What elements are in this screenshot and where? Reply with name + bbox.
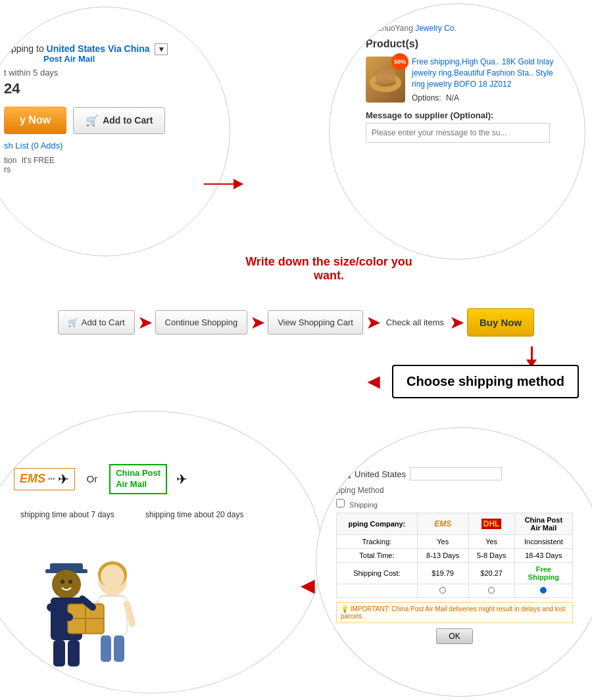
radio-row bbox=[337, 584, 573, 598]
free-shipping-checkbox[interactable] bbox=[336, 499, 345, 507]
discount-badge: 50% bbox=[391, 53, 408, 70]
wish-list-link[interactable]: sh List (0 Adds) bbox=[4, 141, 63, 151]
buy-now-flow-button[interactable]: Buy Now bbox=[467, 308, 534, 337]
radio-ems[interactable] bbox=[417, 584, 468, 598]
right-circle: er: ZhuoYang Jewelry Co. Product(s) 50% … bbox=[329, 3, 585, 260]
tracking-china: Inconsistent bbox=[514, 535, 572, 549]
top-section: hipping to United States Via China ▼ Pos… bbox=[0, 0, 592, 283]
shipping-method-box: Choose shipping method bbox=[392, 365, 579, 398]
product-row: 50% Free shipping,High Qua.. 18K Gold In… bbox=[366, 57, 563, 103]
svg-rect-12 bbox=[114, 636, 124, 662]
message-label: Message to supplier (Optional): bbox=[366, 110, 563, 120]
products-label: Product(s) bbox=[366, 38, 563, 50]
flow-arrow-3: ➤ bbox=[366, 312, 381, 333]
svg-point-7 bbox=[101, 565, 124, 588]
bottom-section: EMS ••• ✈ Or China Post Air Mail ✈ shipp… bbox=[0, 408, 592, 697]
bottom-left-circle: EMS ••• ✈ Or China Post Air Mail ✈ shipp… bbox=[0, 411, 322, 693]
warning-icon: 💡 bbox=[341, 605, 349, 613]
tracking-label: Tracking: bbox=[337, 535, 418, 549]
arrow-between-circles bbox=[204, 171, 243, 197]
ok-button[interactable]: OK bbox=[436, 628, 472, 644]
tracking-ems: Yes bbox=[417, 535, 468, 549]
dropdown-icon[interactable]: ▼ bbox=[155, 43, 168, 55]
total-time-row: Total Time: 8-13 Days 5-8 Days 18-43 Day… bbox=[337, 549, 573, 563]
dhl-table-logo: DHL bbox=[481, 519, 502, 529]
china-post-time-label: shipping time about 20 days bbox=[132, 510, 257, 519]
continue-shopping-button[interactable]: Continue Shopping bbox=[155, 310, 248, 335]
ems-dots: ••• bbox=[48, 475, 55, 482]
tracking-row: Tracking: Yes Yes Inconsistent bbox=[337, 535, 573, 549]
cart-flow-icon: 🛒 bbox=[68, 317, 78, 327]
product-info: Free shipping,High Qua.. 18K Gold Inlay … bbox=[412, 57, 563, 103]
ems-radio[interactable] bbox=[439, 587, 446, 594]
china-radio-selected[interactable] bbox=[540, 587, 547, 594]
add-to-cart-flow-button[interactable]: 🛒 Add to Cart bbox=[58, 310, 135, 335]
shipping-to-text: hipping to bbox=[4, 43, 44, 54]
ems-table-logo: EMS bbox=[434, 519, 451, 528]
within-days-text: t within 5 days bbox=[4, 68, 214, 78]
ems-header: EMS bbox=[417, 513, 468, 535]
company-header: pping Company: bbox=[337, 513, 418, 535]
ems-time-label: shipping time about 7 days bbox=[14, 510, 126, 519]
radio-china[interactable] bbox=[514, 584, 572, 598]
cost-china: FreeShipping bbox=[514, 563, 572, 584]
cost-dhl: $20.27 bbox=[468, 563, 514, 584]
cost-ems: $19.79 bbox=[417, 563, 468, 584]
country-row: United States bbox=[336, 467, 573, 480]
ems-text: EMS bbox=[20, 472, 45, 486]
view-shopping-cart-button[interactable]: View Shopping Cart bbox=[268, 310, 363, 335]
cart-icon: 🛒 bbox=[86, 114, 99, 127]
message-input[interactable] bbox=[366, 123, 550, 143]
plane-icon: ✈ bbox=[58, 471, 69, 487]
china-post-line1: China Post bbox=[116, 468, 160, 479]
delivery-person-image bbox=[14, 542, 159, 680]
shipping-method-row-label: pping Method bbox=[336, 486, 573, 495]
ems-section: EMS ••• ✈ Or China Post Air Mail ✈ bbox=[14, 464, 187, 494]
shipping-to-line: hipping to United States Via China ▼ Pos… bbox=[4, 43, 214, 64]
post-air-mail-text: Post Air Mail bbox=[43, 54, 214, 64]
flow-arrow-4: ➤ bbox=[449, 312, 464, 333]
svg-point-15 bbox=[52, 570, 81, 599]
radio-empty bbox=[337, 584, 418, 598]
tracking-dhl: Yes bbox=[468, 535, 514, 549]
product-options: Options: N/A bbox=[412, 93, 563, 103]
flow-step-4: Check all items ➤ bbox=[383, 312, 467, 333]
price-text: 24 bbox=[4, 80, 214, 97]
svg-point-24 bbox=[61, 580, 64, 584]
wish-list-text: sh List (0 Adds) bbox=[4, 141, 214, 151]
product-image: 50% bbox=[366, 57, 405, 103]
us-flag bbox=[336, 469, 351, 478]
left-circle: hipping to United States Via China ▼ Pos… bbox=[0, 7, 230, 256]
shipping-link[interactable]: United States Via China bbox=[47, 43, 153, 54]
svg-rect-1 bbox=[376, 70, 395, 83]
total-dhl: 5-8 Days bbox=[468, 549, 514, 563]
seller-name: Jewelry Co. bbox=[415, 24, 456, 33]
product-title: Free shipping,High Qua.. 18K Gold Inlay … bbox=[412, 57, 563, 89]
svg-rect-23 bbox=[68, 640, 80, 666]
buy-now-button[interactable]: y Now bbox=[4, 106, 66, 134]
china-post-logo: China Post Air Mail bbox=[109, 464, 167, 494]
cost-row: Shipping Cost: $19.79 $20.27 FreeShippin… bbox=[337, 563, 573, 584]
or-text: Or bbox=[87, 473, 98, 484]
svg-marker-3 bbox=[234, 179, 243, 189]
important-note: 💡 IMPORTANT: China Post Air Mail deliver… bbox=[336, 602, 573, 623]
delivery-svg bbox=[20, 545, 152, 676]
country-input[interactable] bbox=[410, 467, 502, 480]
svg-line-10 bbox=[127, 604, 132, 624]
add-to-cart-button[interactable]: 🛒 Add to Cart bbox=[73, 107, 165, 134]
flow-section: 🛒 Add to Cart ➤ Continue Shopping ➤ View… bbox=[0, 299, 592, 345]
left-arrow-shipping: ◄ bbox=[363, 369, 384, 394]
shipping-table-content: United States pping Method Shipping ppin… bbox=[336, 467, 573, 644]
free-shipping-row: Shipping bbox=[336, 499, 573, 509]
cost-label: Shipping Cost: bbox=[337, 563, 418, 584]
dhl-radio[interactable] bbox=[488, 587, 495, 594]
write-down-text: Write down the size/color you want. bbox=[230, 255, 428, 283]
dhl-header: DHL bbox=[468, 513, 514, 535]
plane-icon-2: ✈ bbox=[176, 471, 187, 487]
radio-dhl[interactable] bbox=[468, 584, 514, 598]
china-post-line2: Air Mail bbox=[116, 479, 160, 490]
protection-sub: rs bbox=[4, 165, 214, 174]
check-all-text: Check all items bbox=[386, 317, 444, 327]
flow-step-2: Continue Shopping ➤ bbox=[155, 310, 268, 335]
total-ems: 8-13 Days bbox=[417, 549, 468, 563]
